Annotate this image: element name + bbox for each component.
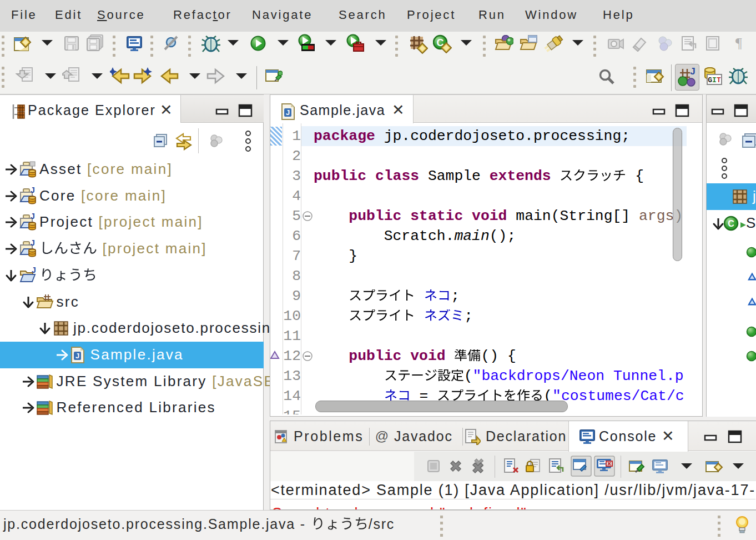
svg-text:J: J [31,240,35,247]
svg-text:J: J [31,187,35,194]
svg-text:¶: ¶ [735,35,742,51]
svg-text:J: J [286,108,290,117]
svg-text:J: J [75,352,79,360]
svg-text:@: @ [375,428,389,443]
svg-text:J: J [31,213,35,221]
svg-text:J: J [690,67,695,77]
svg-text:GIT: GIT [708,76,721,84]
svg-text:C: C [728,219,734,228]
svg-text:J: J [32,267,36,274]
